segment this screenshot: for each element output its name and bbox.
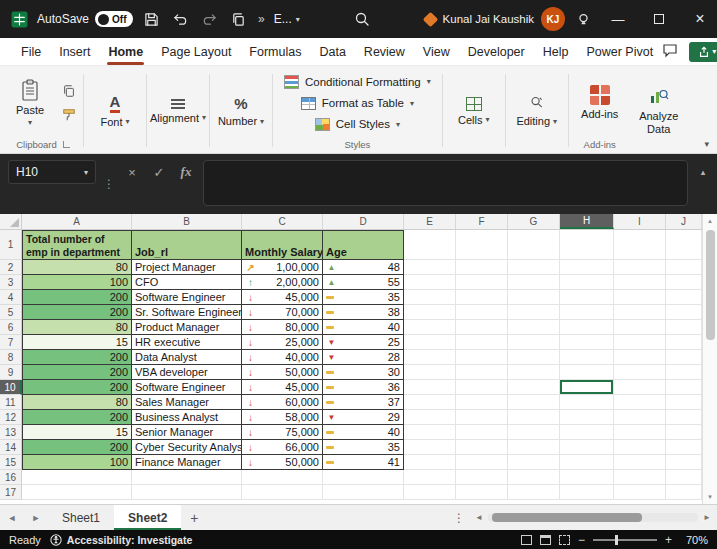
- row-header-17[interactable]: 17: [0, 485, 22, 500]
- cell-E1[interactable]: [404, 230, 456, 260]
- row-header-5[interactable]: 5: [0, 305, 22, 320]
- cell-F2[interactable]: [456, 260, 508, 275]
- cell-C13[interactable]: 75,000: [242, 425, 323, 440]
- cell-J1[interactable]: [666, 230, 702, 260]
- share-button[interactable]: ▾: [689, 42, 717, 62]
- column-header-B[interactable]: B: [132, 214, 242, 229]
- cell-H9[interactable]: [560, 365, 614, 380]
- column-header-J[interactable]: J: [666, 214, 702, 229]
- cell-H13[interactable]: [560, 425, 614, 440]
- name-box[interactable]: H10 ▾: [8, 160, 96, 184]
- cell-B7[interactable]: HR executive: [132, 335, 242, 350]
- cell-H1[interactable]: [560, 230, 614, 260]
- cell-J8[interactable]: [666, 350, 702, 365]
- column-header-G[interactable]: G: [508, 214, 560, 229]
- cell-I15[interactable]: [614, 455, 666, 470]
- cell-D12[interactable]: 29: [323, 410, 404, 425]
- cell-A13[interactable]: 15: [22, 425, 132, 440]
- cell-G3[interactable]: [508, 275, 560, 290]
- cell-I11[interactable]: [614, 395, 666, 410]
- cell-I14[interactable]: [614, 440, 666, 455]
- cell-C17[interactable]: [242, 485, 323, 500]
- cell-I4[interactable]: [614, 290, 666, 305]
- cell-B12[interactable]: Business Analyst: [132, 410, 242, 425]
- cell-G6[interactable]: [508, 320, 560, 335]
- cell-A17[interactable]: [22, 485, 132, 500]
- cell-B5[interactable]: Sr. Software Engineer: [132, 305, 242, 320]
- cell-D16[interactable]: [323, 470, 404, 485]
- normal-view-icon[interactable]: [521, 535, 532, 545]
- cell-A9[interactable]: 200: [22, 365, 132, 380]
- column-header-A[interactable]: A: [22, 214, 132, 229]
- cell-I5[interactable]: [614, 305, 666, 320]
- cell-D4[interactable]: 35: [323, 290, 404, 305]
- cell-J15[interactable]: [666, 455, 702, 470]
- cell-J6[interactable]: [666, 320, 702, 335]
- cell-G12[interactable]: [508, 410, 560, 425]
- select-all-button[interactable]: [0, 214, 22, 229]
- cell-B3[interactable]: CFO: [132, 275, 242, 290]
- cell-J9[interactable]: [666, 365, 702, 380]
- row-header-15[interactable]: 15: [0, 455, 22, 470]
- maximize-button[interactable]: [642, 0, 676, 38]
- cell-A7[interactable]: 15: [22, 335, 132, 350]
- cell-B2[interactable]: Project Manager: [132, 260, 242, 275]
- cell-I2[interactable]: [614, 260, 666, 275]
- row-header-2[interactable]: 2: [0, 260, 22, 275]
- cell-F15[interactable]: [456, 455, 508, 470]
- cell-C2[interactable]: 1,00,000: [242, 260, 323, 275]
- cell-D1[interactable]: Age: [323, 230, 404, 260]
- cell-D8[interactable]: 28: [323, 350, 404, 365]
- format-painter-button[interactable]: [58, 106, 80, 124]
- cell-G13[interactable]: [508, 425, 560, 440]
- ribbon-tab-power-pivot[interactable]: Power Pivot: [577, 40, 662, 64]
- row-header-12[interactable]: 12: [0, 410, 22, 425]
- cell-H7[interactable]: [560, 335, 614, 350]
- accessibility-status[interactable]: Accessibility: Investigate: [50, 534, 192, 546]
- column-header-C[interactable]: C: [242, 214, 323, 229]
- cell-A5[interactable]: 200: [22, 305, 132, 320]
- cell-F17[interactable]: [456, 485, 508, 500]
- sheet-tab-sheet2[interactable]: Sheet2: [114, 505, 181, 530]
- column-header-E[interactable]: E: [404, 214, 456, 229]
- cell-J11[interactable]: [666, 395, 702, 410]
- cell-G17[interactable]: [508, 485, 560, 500]
- cell-J17[interactable]: [666, 485, 702, 500]
- cell-A2[interactable]: 80: [22, 260, 132, 275]
- vertical-scroll-thumb[interactable]: [706, 230, 715, 340]
- format-as-table-button[interactable]: Format as Table ▾: [293, 93, 422, 114]
- cell-E16[interactable]: [404, 470, 456, 485]
- row-header-11[interactable]: 11: [0, 395, 22, 410]
- cell-B1[interactable]: Job_rl: [132, 230, 242, 260]
- ribbon-tab-review[interactable]: Review: [355, 40, 414, 64]
- cancel-icon[interactable]: ×: [122, 160, 142, 184]
- scroll-left-icon[interactable]: ◄: [473, 513, 485, 522]
- cell-I17[interactable]: [614, 485, 666, 500]
- zoom-slider[interactable]: [593, 539, 657, 541]
- cell-C7[interactable]: 25,000: [242, 335, 323, 350]
- cell-C8[interactable]: 40,000: [242, 350, 323, 365]
- row-header-13[interactable]: 13: [0, 425, 22, 440]
- font-group-button[interactable]: A Font ▾: [87, 69, 143, 153]
- column-header-H[interactable]: H: [560, 214, 614, 229]
- ribbon-tab-data[interactable]: Data: [310, 40, 354, 64]
- cell-B14[interactable]: Cyber Security Analyst: [132, 440, 242, 455]
- ribbon-tab-insert[interactable]: Insert: [50, 40, 99, 64]
- cell-F8[interactable]: [456, 350, 508, 365]
- cell-F1[interactable]: [456, 230, 508, 260]
- cell-E17[interactable]: [404, 485, 456, 500]
- cell-D11[interactable]: 37: [323, 395, 404, 410]
- row-header-6[interactable]: 6: [0, 320, 22, 335]
- cell-H12[interactable]: [560, 410, 614, 425]
- minimize-button[interactable]: —: [601, 0, 635, 38]
- cell-B11[interactable]: Sales Manager: [132, 395, 242, 410]
- cell-F13[interactable]: [456, 425, 508, 440]
- cell-G8[interactable]: [508, 350, 560, 365]
- cell-F14[interactable]: [456, 440, 508, 455]
- quick-access-more-icon[interactable]: »: [256, 12, 267, 26]
- cell-H3[interactable]: [560, 275, 614, 290]
- cell-C1[interactable]: Monthly Salary: [242, 230, 323, 260]
- cell-E11[interactable]: [404, 395, 456, 410]
- cell-F6[interactable]: [456, 320, 508, 335]
- cell-J2[interactable]: [666, 260, 702, 275]
